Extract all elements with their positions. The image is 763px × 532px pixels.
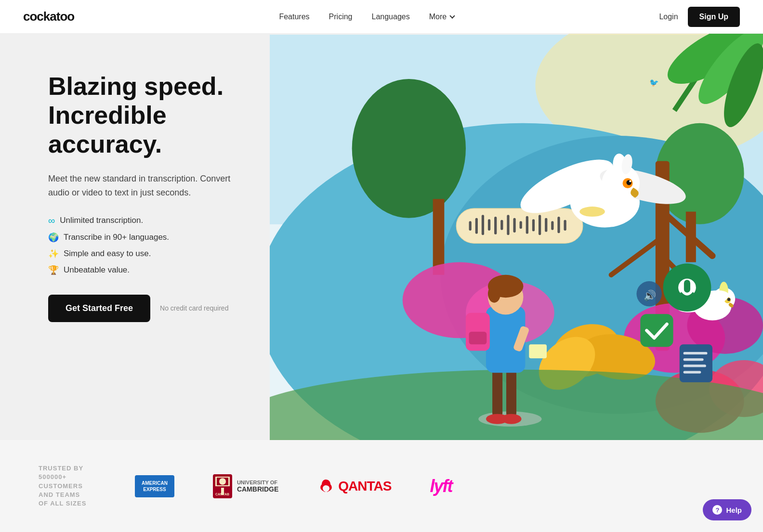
- no-credit-card-note: No credit card required: [160, 304, 228, 312]
- nav-features[interactable]: Features: [279, 13, 309, 21]
- svg-rect-86: [684, 364, 706, 367]
- svg-rect-70: [469, 332, 487, 344]
- nav-links: Features Pricing Languages More: [279, 13, 454, 21]
- cambridge-logo: CANTAB UNIVERSITY OF CAMBRIDGE: [213, 474, 278, 498]
- nav-more[interactable]: More: [429, 13, 454, 21]
- help-button[interactable]: ? Help: [703, 499, 751, 520]
- svg-rect-87: [684, 371, 701, 373]
- trusted-section: TRUSTED BY500000+CUSTOMERSAND TEAMSOF AL…: [0, 440, 763, 532]
- svg-rect-38: [513, 218, 515, 233]
- sparkle-icon: ✨: [48, 248, 59, 259]
- svg-rect-79: [686, 299, 688, 303]
- feature-simple: ✨ Simple and easy to use.: [48, 248, 241, 259]
- brand-logo[interactable]: cockatoo: [23, 9, 74, 24]
- trusted-label: TRUSTED BY500000+CUSTOMERSAND TEAMSOF AL…: [39, 464, 106, 508]
- svg-point-56: [579, 207, 605, 217]
- svg-rect-72: [529, 344, 547, 358]
- trusted-logos: AMERICANEXPRESS CANTAB UNIVERSITY OF CAM…: [135, 474, 724, 498]
- hero-illustration: 🐦 🐦 🐦: [270, 34, 763, 440]
- hero-features-list: ∞ Unlimited transcription. 🌍 Transcribe …: [48, 215, 241, 275]
- nav-pricing[interactable]: Pricing: [329, 13, 353, 21]
- qantas-logo: QANTAS: [317, 478, 391, 495]
- svg-text:🔊: 🔊: [644, 289, 657, 302]
- svg-rect-32: [475, 218, 478, 234]
- svg-rect-45: [557, 217, 560, 233]
- amex-logo: AMERICANEXPRESS: [135, 475, 174, 497]
- svg-rect-78: [684, 280, 690, 292]
- svg-rect-31: [469, 221, 472, 231]
- svg-rect-37: [507, 215, 509, 235]
- svg-text:CANTAB: CANTAB: [215, 493, 229, 496]
- get-started-button[interactable]: Get Started Free: [48, 295, 150, 322]
- svg-rect-46: [564, 220, 566, 231]
- question-icon: ?: [712, 505, 722, 515]
- svg-rect-34: [488, 219, 490, 231]
- svg-rect-33: [482, 215, 484, 235]
- feature-unlimited: ∞ Unlimited transcription.: [48, 215, 241, 226]
- svg-rect-9: [433, 199, 445, 275]
- login-link[interactable]: Login: [659, 13, 678, 21]
- svg-text:🐦: 🐦: [649, 78, 659, 87]
- chevron-down-icon: [449, 13, 455, 18]
- hero-section: Blazing speed. Incredible accuracy. Meet…: [0, 34, 763, 440]
- svg-rect-64: [492, 370, 502, 417]
- hero-cta: Get Started Free No credit card required: [48, 295, 241, 322]
- svg-rect-83: [680, 344, 712, 382]
- globe-icon: 🌍: [48, 232, 59, 243]
- feature-value: 🏆 Unbeatable value.: [48, 265, 241, 275]
- svg-rect-41: [532, 219, 535, 231]
- svg-rect-40: [526, 216, 528, 234]
- svg-rect-84: [684, 352, 708, 354]
- hero-title: Blazing speed. Incredible accuracy.: [48, 72, 241, 158]
- svg-point-8: [352, 79, 466, 218]
- navbar: cockatoo Features Pricing Languages More…: [0, 0, 763, 34]
- svg-rect-44: [551, 221, 553, 230]
- svg-point-55: [629, 181, 631, 182]
- nav-languages[interactable]: Languages: [371, 13, 409, 21]
- svg-rect-85: [684, 358, 704, 361]
- svg-point-61: [727, 298, 731, 301]
- svg-rect-36: [500, 220, 503, 230]
- svg-rect-35: [494, 217, 497, 234]
- svg-rect-43: [545, 218, 547, 232]
- hero-subtitle: Meet the new standard in transcription. …: [48, 172, 241, 200]
- svg-point-75: [488, 285, 500, 303]
- lyft-logo: lyft: [430, 476, 452, 496]
- infinity-icon: ∞: [48, 215, 55, 226]
- svg-rect-39: [520, 221, 522, 229]
- signup-button[interactable]: Sign Up: [688, 7, 740, 27]
- trophy-icon: 🏆: [48, 265, 59, 275]
- nav-actions: Login Sign Up: [659, 7, 740, 27]
- feature-languages: 🌍 Transcribe in 90+ languages.: [48, 232, 241, 243]
- svg-point-91: [219, 478, 226, 485]
- svg-point-67: [501, 414, 521, 424]
- svg-rect-65: [506, 370, 516, 417]
- svg-rect-42: [539, 215, 541, 235]
- hero-content: Blazing speed. Incredible accuracy. Meet…: [0, 34, 270, 440]
